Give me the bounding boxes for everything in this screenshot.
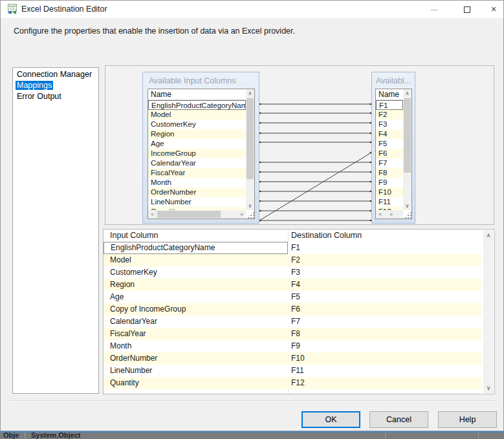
help-button[interactable]: Help — [438, 411, 497, 428]
destination-cell[interactable]: F12 — [288, 377, 482, 389]
input-cell[interactable]: Age — [104, 291, 288, 303]
input-cell[interactable]: FiscalYear — [104, 328, 288, 340]
destination-cell[interactable]: F1 — [288, 242, 482, 254]
list-item[interactable]: EnglishProductCategoryName — [148, 100, 246, 110]
table-row[interactable]: CustomerKey F3 — [104, 266, 482, 279]
list-item[interactable]: F6 — [376, 149, 403, 158]
available-input-columns-list[interactable]: Name EnglishProductCategoryName Model Cu… — [148, 89, 255, 219]
input-cell[interactable]: EnglishProductCategoryName — [104, 242, 288, 254]
scroll-down-icon[interactable]: ∨ — [403, 202, 411, 210]
scroll-left-icon[interactable]: < — [148, 210, 157, 219]
list-item[interactable]: F2 — [376, 110, 403, 120]
list-item[interactable]: F9 — [376, 178, 403, 187]
destination-list-horizontal-scrollbar[interactable]: < > — [376, 210, 403, 219]
scroll-up-icon[interactable]: ∧ — [403, 89, 411, 98]
available-destination-columns-title: Availabl... — [376, 76, 411, 85]
close-button[interactable]: × — [484, 1, 503, 18]
available-destination-columns-panel: Availabl... Name F1 F2 F3 F4 F5 F6 F7 F8… — [371, 72, 415, 224]
list-item[interactable]: IncomeGroup — [148, 149, 246, 158]
scroll-left-icon[interactable]: < — [376, 210, 384, 219]
destination-cell[interactable]: F4 — [288, 279, 482, 291]
input-cell[interactable]: Region — [104, 279, 288, 291]
destination-cell[interactable]: F5 — [288, 291, 482, 303]
list-item[interactable]: Month — [148, 178, 246, 187]
column-mapper-region: Available Input Columns Name EnglishProd… — [105, 65, 494, 225]
table-row[interactable]: OrderNumber F10 — [104, 352, 482, 365]
button-area-separator — [9, 400, 496, 402]
destination-cell[interactable]: F9 — [288, 340, 482, 352]
scroll-up-icon[interactable]: ∧ — [246, 89, 254, 98]
destination-cell[interactable]: F3 — [288, 266, 482, 279]
scroll-right-icon[interactable]: > — [237, 210, 246, 219]
input-cell[interactable]: Copy of IncomeGroup — [104, 303, 288, 316]
maximize-icon — [464, 6, 470, 13]
table-row[interactable]: EnglishProductCategoryName F1 — [104, 242, 482, 254]
destination-cell[interactable]: F7 — [288, 316, 482, 328]
destination-cell[interactable]: F11 — [288, 365, 482, 377]
scroll-down-icon[interactable]: ∨ — [246, 202, 254, 210]
available-destination-columns-list[interactable]: Name F1 F2 F3 F4 F5 F6 F7 F8 F9 F10 F11 … — [375, 89, 412, 219]
available-input-columns-panel: Available Input Columns Name EnglishProd… — [142, 72, 259, 224]
destination-cell[interactable]: F10 — [288, 352, 482, 365]
input-cell[interactable]: Model — [104, 254, 288, 266]
input-list-vertical-scrollbar[interactable]: ∧ ∨ — [246, 89, 254, 210]
resize-grip-icon[interactable] — [246, 210, 254, 219]
table-row[interactable]: Copy of IncomeGroup F6 — [104, 303, 482, 316]
list-item[interactable]: F3 — [376, 120, 403, 129]
list-item[interactable]: F1 — [376, 100, 403, 110]
sidebar-item-connection-manager[interactable]: Connection Manager — [16, 69, 98, 80]
list-item[interactable]: F10 — [376, 187, 403, 197]
sidebar-item-error-output[interactable]: Error Output — [16, 91, 98, 102]
list-item[interactable]: CustomerKey — [148, 120, 246, 129]
input-cell[interactable]: LineNumber — [104, 365, 288, 377]
scrollbar-thumb[interactable] — [157, 211, 221, 218]
list-item[interactable]: F4 — [376, 129, 403, 139]
scrollbar-thumb[interactable] — [247, 98, 254, 179]
list-item[interactable]: F5 — [376, 139, 403, 149]
list-item[interactable]: Region — [148, 129, 246, 139]
destination-list-vertical-scrollbar[interactable]: ∧ ∨ — [403, 89, 411, 210]
list-item[interactable]: F7 — [376, 158, 403, 168]
scroll-up-icon[interactable]: ∧ — [483, 230, 494, 241]
scrollbar-thumb[interactable] — [404, 98, 411, 173]
table-row[interactable]: Model F2 — [104, 254, 482, 266]
list-item[interactable]: F11 — [376, 197, 403, 207]
input-cell[interactable]: Month — [104, 340, 288, 352]
table-row[interactable]: Region F4 — [104, 279, 482, 291]
list-item[interactable]: Model — [148, 110, 246, 120]
input-cell[interactable]: Quantity — [104, 377, 288, 389]
destination-cell[interactable]: F6 — [288, 303, 482, 316]
list-item[interactable]: CalendarYear — [148, 158, 246, 168]
table-row[interactable]: FiscalYear F8 — [104, 328, 482, 340]
scroll-right-icon[interactable]: > — [387, 210, 395, 219]
input-list-horizontal-scrollbar[interactable]: < > — [148, 210, 246, 219]
table-vertical-scrollbar[interactable]: ∧ ∨ — [483, 230, 494, 393]
input-cell[interactable]: CalendarYear — [104, 316, 288, 328]
table-header-row: Input Column Destination Column — [104, 230, 494, 242]
list-item[interactable]: Age — [148, 139, 246, 149]
table-row[interactable]: Age F5 — [104, 291, 482, 303]
table-row[interactable]: Quantity F12 — [104, 377, 482, 389]
list-item[interactable]: F8 — [376, 168, 403, 178]
maximize-button[interactable] — [457, 1, 477, 18]
sidebar-item-mappings[interactable]: Mappings — [16, 80, 98, 91]
list-item[interactable]: FiscalYear — [148, 168, 246, 178]
table-row[interactable]: Month F9 — [104, 340, 482, 352]
table-row[interactable]: LineNumber F11 — [104, 365, 482, 377]
destination-list-name-header[interactable]: Name — [376, 89, 403, 100]
scroll-down-icon[interactable]: ∨ — [483, 383, 494, 393]
list-item[interactable]: OrderNumber — [148, 187, 246, 197]
destination-cell[interactable]: F2 — [288, 254, 482, 266]
resize-grip-icon[interactable] — [403, 210, 411, 219]
ok-button[interactable]: OK — [301, 411, 360, 428]
input-cell[interactable]: CustomerKey — [104, 266, 288, 279]
background-window-strip: Obje System.Object — [0, 431, 504, 439]
titlebar[interactable]: Excel Destination Editor × — [1, 1, 503, 18]
table-row[interactable]: CalendarYear F7 — [104, 316, 482, 328]
cancel-button[interactable]: Cancel — [369, 411, 428, 428]
list-item[interactable]: LineNumber — [148, 197, 246, 207]
minimize-button[interactable] — [424, 1, 444, 18]
input-cell[interactable]: OrderNumber — [104, 352, 288, 365]
input-list-name-header[interactable]: Name — [148, 89, 246, 100]
destination-cell[interactable]: F8 — [288, 328, 482, 340]
